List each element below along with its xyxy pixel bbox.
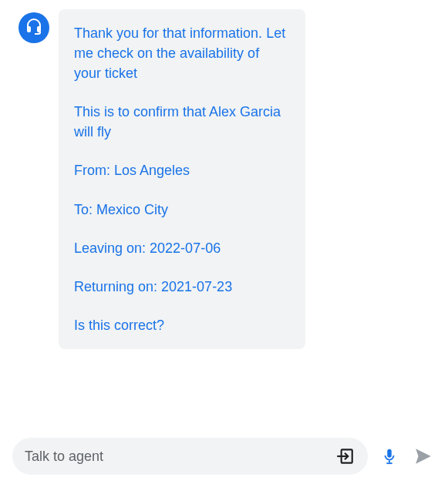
agent-message-bubble: Thank you for that information. Let me c… xyxy=(59,9,305,349)
headset-icon xyxy=(25,17,43,39)
chat-area: Thank you for that information. Let me c… xyxy=(9,9,439,429)
message-returning: Returning on: 2021-07-23 xyxy=(74,277,290,297)
message-confirm: This is to confirm that Alex Garcia will… xyxy=(74,102,290,142)
message-intro: Thank you for that information. Let me c… xyxy=(74,23,290,83)
agent-avatar xyxy=(19,12,49,43)
message-from: From: Los Angeles xyxy=(74,160,290,180)
svg-rect-3 xyxy=(386,462,392,464)
message-leaving: Leaving on: 2022-07-06 xyxy=(74,238,290,258)
chat-input[interactable] xyxy=(25,449,326,465)
svg-rect-2 xyxy=(389,461,390,463)
input-field-container xyxy=(12,438,368,475)
input-bar xyxy=(9,438,439,475)
mic-icon[interactable] xyxy=(377,444,402,469)
message-to: To: Mexico City xyxy=(74,200,290,220)
submit-icon[interactable] xyxy=(334,445,355,467)
send-icon[interactable] xyxy=(411,444,436,469)
message-question: Is this correct? xyxy=(74,315,290,335)
